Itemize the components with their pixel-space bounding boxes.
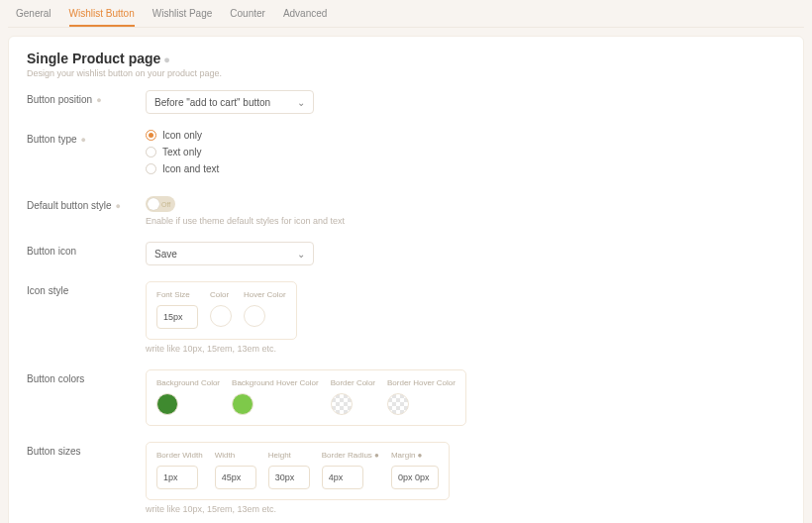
col-bg: Background Color xyxy=(156,378,220,387)
col-color: Color xyxy=(210,290,229,299)
default-style-toggle[interactable]: Off xyxy=(146,196,175,212)
help-icon: ● xyxy=(96,95,101,105)
icon-fontsize-input[interactable] xyxy=(156,305,198,329)
label-button-icon: Button icon xyxy=(27,246,76,257)
width-input[interactable] xyxy=(215,466,256,489)
col-w: Width xyxy=(215,451,235,460)
icon-hover-color-picker[interactable] xyxy=(244,305,265,327)
col-hover-color: Hover Color xyxy=(244,290,286,299)
radio-icon xyxy=(146,147,156,157)
button-sizes-group: Border Width Width Height Border Radius … xyxy=(146,442,450,500)
tabs: General Wishlist Button Wishlist Page Co… xyxy=(8,0,804,28)
border-color-picker[interactable] xyxy=(331,393,353,415)
col-margin: Margin xyxy=(391,451,415,460)
col-border-hover: Border Hover Color xyxy=(387,378,456,387)
col-bg-hover: Background Hover Color xyxy=(232,378,319,387)
bg-color-picker[interactable] xyxy=(156,393,178,415)
button-icon-select[interactable]: Save ⌄ xyxy=(146,242,314,265)
label-icon-style: Icon style xyxy=(27,285,68,296)
radio-text-only[interactable]: Text only xyxy=(146,147,785,157)
section-subtitle: Design your wishlist button on your prod… xyxy=(27,68,785,78)
button-position-select[interactable]: Before "add to cart" button ⌄ xyxy=(146,90,314,114)
label-button-type: Button type xyxy=(27,134,77,145)
border-hover-color-picker[interactable] xyxy=(387,393,409,415)
tab-wishlist-button[interactable]: Wishlist Button xyxy=(69,0,135,27)
col-border: Border Color xyxy=(331,378,375,387)
tab-advanced[interactable]: Advanced xyxy=(283,0,327,27)
chevron-down-icon: ⌄ xyxy=(297,249,305,260)
help-icon: ● xyxy=(116,201,121,211)
label-button-colors: Button colors xyxy=(27,373,84,384)
button-colors-group: Background Color Background Hover Color … xyxy=(146,369,466,426)
bg-hover-color-picker[interactable] xyxy=(232,393,254,415)
radio-icon-only[interactable]: Icon only xyxy=(146,130,785,141)
button-sizes-note: write like 10px, 15rem, 13em etc. xyxy=(146,504,785,514)
icon-color-picker[interactable] xyxy=(210,305,232,327)
radio-icon xyxy=(146,163,156,174)
col-br: Border Radius xyxy=(322,451,372,460)
chevron-down-icon: ⌄ xyxy=(297,97,305,108)
icon-style-group: Font Size Color Hover Color xyxy=(146,281,297,340)
settings-panel: Single Product page● Design your wishlis… xyxy=(8,36,804,523)
radio-icon-and-text[interactable]: Icon and text xyxy=(146,163,785,174)
help-icon: ● xyxy=(374,451,379,460)
label-button-position: Button position xyxy=(27,94,92,105)
col-fontsize: Font Size xyxy=(156,290,190,299)
help-icon: ● xyxy=(81,135,86,145)
border-radius-input[interactable] xyxy=(322,466,363,489)
margin-input[interactable] xyxy=(391,466,439,489)
border-width-input[interactable] xyxy=(156,466,198,489)
help-icon: ● xyxy=(418,451,423,460)
col-bw: Border Width xyxy=(156,451,203,460)
help-icon: ● xyxy=(163,53,170,65)
section-title: Single Product page● xyxy=(27,51,170,66)
tab-general[interactable]: General xyxy=(16,0,51,27)
label-button-sizes: Button sizes xyxy=(27,446,80,457)
radio-icon xyxy=(146,130,156,141)
col-h: Height xyxy=(268,451,291,460)
default-style-note: Enable if use theme default styles for i… xyxy=(146,216,785,226)
label-default-style: Default button style xyxy=(27,200,112,211)
height-input[interactable] xyxy=(268,466,310,489)
tab-wishlist-page[interactable]: Wishlist Page xyxy=(152,0,213,27)
tab-counter[interactable]: Counter xyxy=(230,0,265,27)
icon-style-note: write like 10px, 15rem, 13em etc. xyxy=(146,344,785,354)
